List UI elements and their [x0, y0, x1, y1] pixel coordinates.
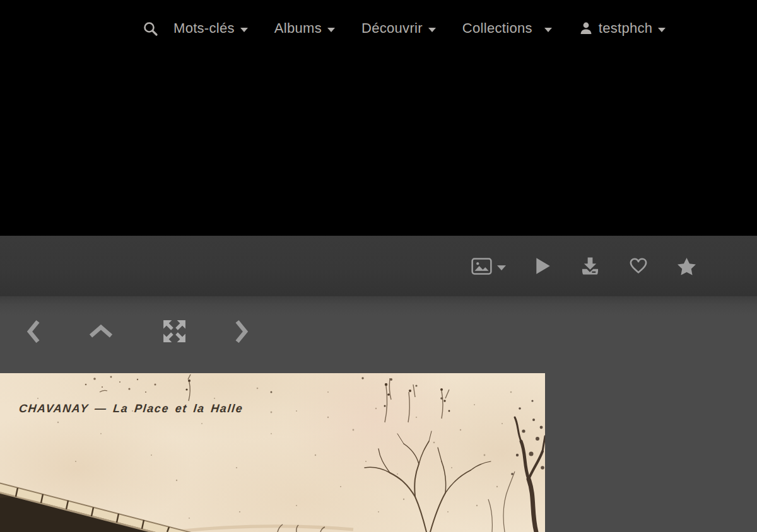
slideshow-button[interactable]	[535, 257, 551, 275]
caret-down-icon	[658, 28, 666, 32]
album-up-button[interactable]	[88, 324, 114, 339]
main-menu: Mots-clés Albums Découvrir Collections	[173, 20, 666, 37]
caret-down-icon	[240, 28, 248, 32]
expand-arrows-icon	[161, 318, 187, 344]
menu-label: Collections	[462, 20, 532, 37]
photo-viewer-area	[0, 57, 757, 236]
user-menu[interactable]: testphch	[578, 20, 666, 37]
top-navbar: Mots-clés Albums Découvrir Collections	[0, 0, 757, 57]
menu-label: Découvrir	[361, 20, 423, 37]
photo-toolbar	[0, 236, 757, 296]
caret-down-icon	[428, 28, 436, 32]
download-icon	[580, 256, 600, 276]
heart-outline-icon	[629, 257, 648, 275]
search-icon	[143, 21, 158, 37]
postcard-caption: CHAVANAY — La Place et la Halle	[18, 402, 244, 415]
menu-decouvrir[interactable]: Découvrir	[361, 20, 436, 37]
chevron-up-icon	[88, 324, 114, 339]
search-button[interactable]	[143, 21, 158, 37]
person-icon	[578, 21, 594, 36]
play-icon	[535, 257, 551, 275]
menu-label: Albums	[274, 20, 322, 37]
photo-size-button[interactable]	[471, 258, 506, 275]
main-photo[interactable]: CHAVANAY — La Place et la Halle	[0, 373, 545, 532]
fullscreen-button[interactable]	[161, 318, 187, 344]
menu-collections[interactable]: Collections	[462, 20, 552, 37]
caret-down-icon	[327, 28, 335, 32]
star-icon	[677, 257, 696, 275]
download-button[interactable]	[580, 256, 600, 276]
favorite-button[interactable]	[629, 257, 648, 275]
caret-down-icon	[544, 28, 552, 32]
rate-button[interactable]	[677, 257, 696, 275]
picture-frame-icon	[471, 258, 492, 275]
menu-mots-cles[interactable]: Mots-clés	[173, 20, 248, 37]
caret-down-icon	[497, 265, 506, 270]
chevron-right-icon	[233, 319, 250, 344]
user-name: testphch	[599, 20, 653, 37]
menu-label: Mots-clés	[173, 20, 235, 37]
viewer-black-region: Mots-clés Albums Découvrir Collections	[0, 0, 757, 236]
postcard-artwork	[0, 373, 545, 532]
menu-albums[interactable]: Albums	[274, 20, 335, 37]
next-photo-button[interactable]	[233, 319, 250, 344]
previous-photo-button[interactable]	[25, 319, 42, 344]
chevron-left-icon	[25, 319, 42, 344]
page-content: CHAVANAY — La Place et la Halle	[0, 296, 757, 532]
